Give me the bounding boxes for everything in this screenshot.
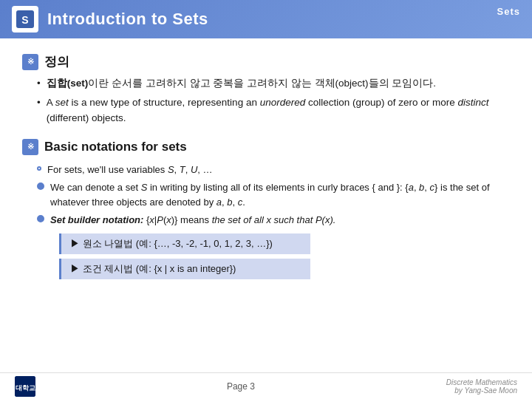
footer-left: 대학교 <box>15 376 35 397</box>
highlight-box-1-text: 원소 나열법 (예: {…, -3, -2, -1, 0, 1, 2, 3, …… <box>83 238 273 249</box>
header: S Introduction to Sets Sets <box>0 0 532 38</box>
notation-item-2-text: We can denote a set S in writing by list… <box>50 180 510 209</box>
notation-items-container: For sets, we'll use variables S, T, U, …… <box>22 163 510 284</box>
highlight-box-2-text: 조건 제시법 (예: {x | x is an integer}) <box>83 263 236 274</box>
highlight-box-2-arrow: ▶ <box>70 263 83 274</box>
footer: 대학교 Page 3 Discrete Mathematics by Yang-… <box>0 372 532 399</box>
bullet-1 <box>37 166 41 171</box>
svg-text:대학교: 대학교 <box>16 384 35 392</box>
footer-credit: Discrete Mathematics by Yang-Sae Moon <box>446 378 517 395</box>
section2-title: ※ Basic notations for sets <box>22 139 510 155</box>
header-logo-icon: S <box>12 6 38 33</box>
notation-item-1-text: For sets, we'll use variables S, T, U, … <box>47 163 213 177</box>
section1-title-text: 정의 <box>44 53 69 70</box>
section1-item2: A set is a new type of structure, repres… <box>37 95 510 126</box>
section-notations: ※ Basic notations for sets For sets, we'… <box>22 139 510 284</box>
footer-credit-line2: by Yang-Sae Moon <box>454 386 517 395</box>
section1-item1: 집합(set)이란 순서를 고려하지 않고 중복을 고려하지 않는 객체(obj… <box>37 76 510 91</box>
notation-item-3: Set builder notation: {x|P(x)} means the… <box>37 213 510 228</box>
footer-logo: 대학교 <box>15 376 35 397</box>
section1-item1-text: 집합(set)이란 순서를 고려하지 않고 중복을 고려하지 않는 객체(obj… <box>47 76 436 91</box>
notation-item-2: We can denote a set S in writing by list… <box>37 180 510 209</box>
page-title: Introduction to Sets <box>47 10 208 29</box>
section1-item2-text: A set is a new type of structure, repres… <box>47 95 510 126</box>
section1-icon: ※ <box>22 54 38 70</box>
set-term: 집합(set) <box>47 78 89 89</box>
highlight-box-1-arrow: ▶ <box>70 238 83 249</box>
section2-title-text: Basic notations for sets <box>44 140 187 154</box>
highlight-box-1: ▶ 원소 나열법 (예: {…, -3, -2, -1, 0, 1, 2, 3,… <box>59 233 310 254</box>
notation-item-1: For sets, we'll use variables S, T, U, … <box>37 163 510 177</box>
section2-icon: ※ <box>22 139 38 155</box>
footer-credit-line1: Discrete Mathematics <box>446 378 517 386</box>
highlight-box-2: ▶ 조건 제시법 (예: {x | x is an integer}) <box>59 259 310 279</box>
header-subtitle: Sets <box>497 6 520 17</box>
footer-page-number: Page 3 <box>227 381 255 392</box>
svg-text:S: S <box>21 14 28 26</box>
section1-list: 집합(set)이란 순서를 고려하지 않고 중복을 고려하지 않는 객체(obj… <box>22 76 510 126</box>
main-content: ※ 정의 집합(set)이란 순서를 고려하지 않고 중복을 고려하지 않는 객… <box>0 38 532 291</box>
highlight-boxes: ▶ 원소 나열법 (예: {…, -3, -2, -1, 0, 1, 2, 3,… <box>59 233 510 284</box>
set-builder-label: Set builder notation: <box>50 214 143 225</box>
notation-item-3-text: Set builder notation: {x|P(x)} means the… <box>50 213 335 228</box>
section1-title: ※ 정의 <box>22 53 510 70</box>
bullet-2 <box>37 183 44 190</box>
section-definition: ※ 정의 집합(set)이란 순서를 고려하지 않고 중복을 고려하지 않는 객… <box>22 53 510 126</box>
bullet-3 <box>37 215 44 222</box>
